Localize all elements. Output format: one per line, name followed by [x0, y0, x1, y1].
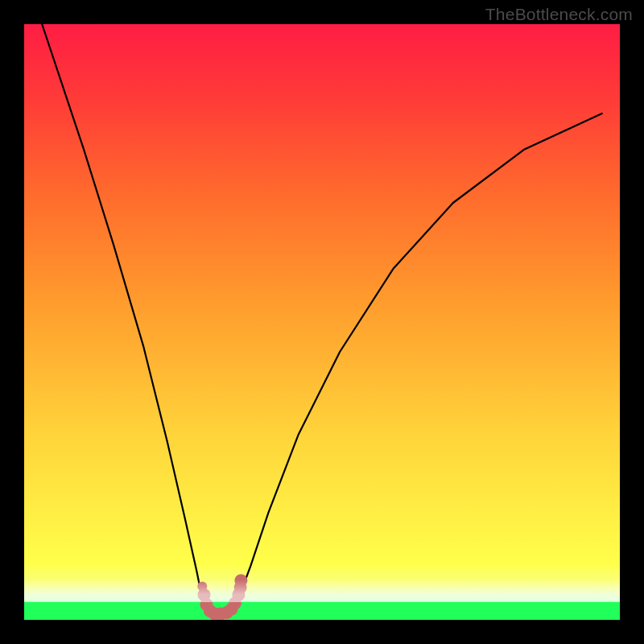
marker-dot — [197, 582, 207, 592]
marker-cluster — [197, 574, 247, 620]
plot-area — [24, 24, 620, 620]
watermark-text: TheBottleneck.com — [485, 5, 633, 24]
marker-dot — [234, 574, 247, 587]
chart-container: TheBottleneck.com — [0, 0, 644, 644]
bottleneck-curve — [42, 24, 602, 614]
plot-svg — [24, 24, 620, 620]
